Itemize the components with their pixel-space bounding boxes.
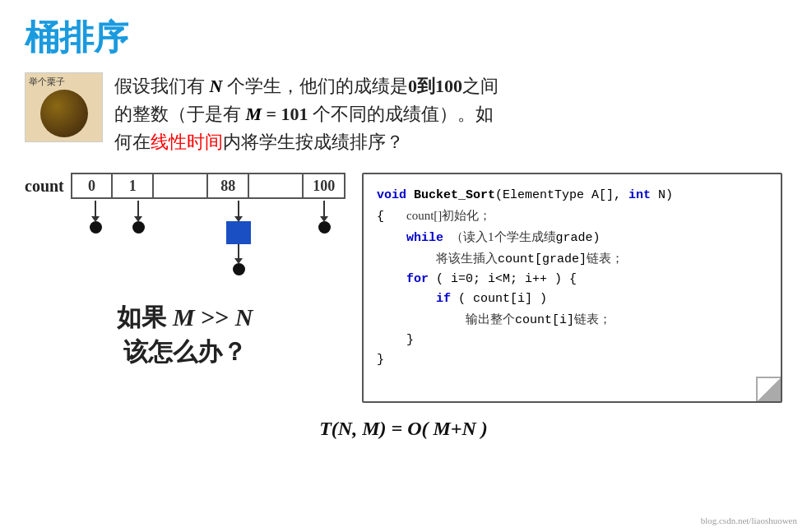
var-N: N <box>210 76 223 96</box>
col-1 <box>117 201 160 275</box>
code-line-9: } <box>377 350 768 370</box>
blue-rect <box>226 221 251 244</box>
dot-0 <box>90 221 102 234</box>
code-line-4: 将该生插入count[grade]链表； <box>377 248 768 270</box>
arrow-1 <box>137 201 139 217</box>
equals-101: = 101 <box>267 104 308 124</box>
apple-image: 举个栗子 <box>25 72 103 142</box>
formula-N2: N <box>462 418 476 439</box>
cell-0: 0 <box>72 173 113 198</box>
code-line-8: } <box>377 331 768 350</box>
watermark: blog.csdn.net/liaoshuowen <box>701 516 797 525</box>
page-container: 桶排序 举个栗子 假设我们有 N 个学生，他们的成绩是0到100之间 的整数（于… <box>0 0 807 532</box>
page-title: 桶排序 <box>25 15 782 61</box>
col-88 <box>217 201 260 275</box>
code-content: void Bucket_Sort(ElementType A[], int N)… <box>377 186 768 370</box>
description: 假设我们有 N 个学生，他们的成绩是0到100之间 的整数（于是有 M = 10… <box>114 72 499 156</box>
dot-88-2 <box>233 263 245 275</box>
dot-1 <box>132 221 145 234</box>
cell-1: 1 <box>112 173 153 198</box>
cell-empty2 <box>248 173 303 198</box>
code-box: void Bucket_Sort(ElementType A[], int N)… <box>362 173 782 403</box>
top-section: 举个栗子 假设我们有 N 个学生，他们的成绩是0到100之间 的整数（于是有 M… <box>25 72 782 156</box>
col-gap2 <box>260 201 303 275</box>
left-diagram: count 0 1 88 100 <box>25 173 346 369</box>
code-line-2: { count[]初始化； <box>377 206 768 227</box>
count-area: count 0 1 88 100 <box>25 173 346 199</box>
code-line-6: if ( count[i] ) <box>377 289 768 309</box>
bottom-line1: 如果 M >> N <box>25 300 346 335</box>
arrow-0 <box>95 201 96 217</box>
middle-section: count 0 1 88 100 <box>25 173 782 403</box>
apple-circle <box>40 90 88 137</box>
dot-100 <box>318 221 331 234</box>
bottom-formula: T(N, M) = O( M+N ) <box>25 418 782 440</box>
col-gap <box>160 201 217 275</box>
var-M: M <box>246 104 262 124</box>
formula-N: N <box>338 418 352 439</box>
range-text: 0到100 <box>408 76 462 96</box>
arrow-88 <box>238 201 239 217</box>
count-label: count <box>25 177 64 196</box>
bottom-left-text: 如果 M >> N 该怎么办？ <box>25 300 346 369</box>
code-line-1: void Bucket_Sort(ElementType A[], int N) <box>377 186 768 206</box>
formula-MplusN: M <box>433 418 450 439</box>
cell-100: 100 <box>303 173 345 198</box>
apple-label: 举个栗子 <box>29 76 65 88</box>
count-table: 0 1 88 100 <box>71 173 346 199</box>
code-line-7: 输出整个count[i]链表； <box>377 309 768 331</box>
formula-text: T <box>319 418 332 439</box>
arrow-100 <box>323 201 325 217</box>
linear-time: 线性时间 <box>151 132 223 152</box>
cell-88: 88 <box>207 173 248 198</box>
cell-empty <box>153 173 207 198</box>
math-N: N <box>235 303 253 331</box>
col-100 <box>303 201 346 275</box>
col-0 <box>74 201 117 275</box>
bottom-line2: 该怎么办？ <box>25 335 346 369</box>
code-line-3: while （读入1个学生成绩grade) <box>377 227 768 248</box>
diagram-arrows <box>74 201 346 275</box>
arrow-88-2 <box>238 244 239 259</box>
math-M: M <box>173 303 195 331</box>
formula-M: M <box>362 418 379 439</box>
code-line-5: for ( i=0; i<M; i++ ) { <box>377 270 768 289</box>
